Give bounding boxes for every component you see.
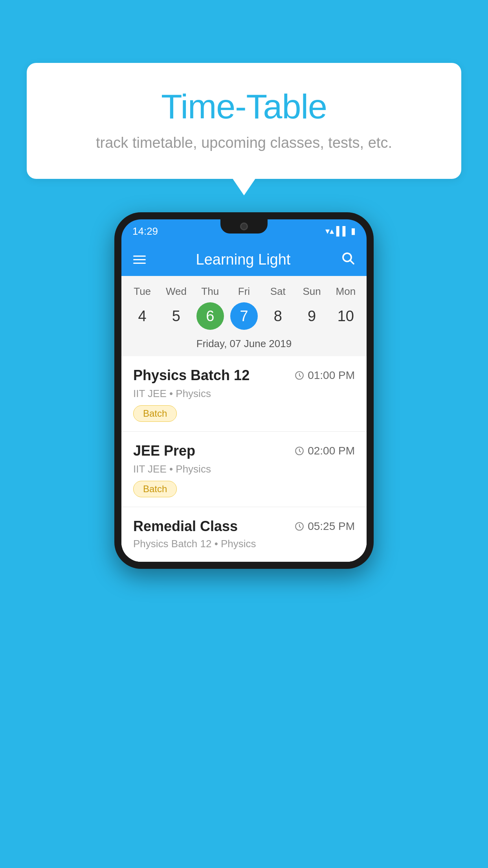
schedule-time-1: 01:00 PM (294, 369, 355, 382)
day-num-8[interactable]: 8 (264, 302, 292, 330)
selected-date-label: Friday, 07 June 2019 (121, 335, 367, 356)
clock-icon-2 (294, 446, 305, 456)
day-numbers: 4 5 6 7 8 9 10 (121, 301, 367, 335)
app-header: Learning Light (121, 243, 367, 276)
schedule-title-3: Remedial Class (133, 518, 238, 535)
day-headers: Tue Wed Thu Fri Sat Sun Mon (121, 282, 367, 301)
schedule-sub-2: IIT JEE • Physics (133, 463, 355, 475)
schedule-list: Physics Batch 12 01:00 PM IIT JEE • Phys… (121, 356, 367, 562)
search-icon[interactable] (341, 251, 355, 268)
day-label-mon: Mon (329, 282, 363, 301)
speech-bubble-section: Time-Table track timetable, upcoming cla… (27, 63, 461, 179)
page-subtitle: track timetable, upcoming classes, tests… (58, 134, 430, 151)
signal-icon: ▌▌ (336, 226, 349, 236)
day-label-tue: Tue (125, 282, 159, 301)
hamburger-icon[interactable] (133, 256, 146, 264)
clock-icon-3 (294, 521, 305, 531)
schedule-item-3[interactable]: Remedial Class 05:25 PM Physics Batch 12… (121, 507, 367, 562)
schedule-sub-1: IIT JEE • Physics (133, 388, 355, 400)
page-title: Time-Table (58, 86, 430, 127)
phone-mockup: 14:29 ▾▴ ▌▌ ▮ Learning Light (114, 212, 374, 569)
day-label-wed: Wed (159, 282, 193, 301)
app-title: Learning Light (146, 251, 341, 268)
speech-bubble: Time-Table track timetable, upcoming cla… (27, 63, 461, 179)
schedule-item-header-2: JEE Prep 02:00 PM (133, 443, 355, 459)
schedule-item-2[interactable]: JEE Prep 02:00 PM IIT JEE • Physics Batc… (121, 432, 367, 507)
status-icons: ▾▴ ▌▌ ▮ (325, 226, 356, 236)
day-num-7-selected[interactable]: 7 (230, 302, 258, 330)
day-num-4[interactable]: 4 (128, 302, 156, 330)
batch-badge-1: Batch (133, 405, 177, 422)
clock-icon-1 (294, 370, 305, 381)
schedule-title-1: Physics Batch 12 (133, 367, 250, 384)
batch-badge-2: Batch (133, 481, 177, 497)
day-label-thu: Thu (193, 282, 227, 301)
day-num-5[interactable]: 5 (162, 302, 190, 330)
schedule-item-header-3: Remedial Class 05:25 PM (133, 518, 355, 535)
schedule-item-1[interactable]: Physics Batch 12 01:00 PM IIT JEE • Phys… (121, 356, 367, 432)
day-label-sun: Sun (295, 282, 328, 301)
schedule-time-2: 02:00 PM (294, 445, 355, 457)
calendar-strip: Tue Wed Thu Fri Sat Sun Mon 4 5 6 7 8 9 … (121, 276, 367, 356)
battery-icon: ▮ (351, 226, 356, 236)
wifi-icon: ▾▴ (325, 226, 334, 236)
schedule-sub-3: Physics Batch 12 • Physics (133, 538, 355, 550)
day-num-10[interactable]: 10 (332, 302, 360, 330)
schedule-item-header-1: Physics Batch 12 01:00 PM (133, 367, 355, 384)
schedule-title-2: JEE Prep (133, 443, 195, 459)
phone-screen: Tue Wed Thu Fri Sat Sun Mon 4 5 6 7 8 9 … (121, 276, 367, 562)
day-label-sat: Sat (261, 282, 295, 301)
schedule-time-3: 05:25 PM (294, 520, 355, 533)
camera-dot (240, 223, 248, 230)
phone-outer: 14:29 ▾▴ ▌▌ ▮ Learning Light (114, 212, 374, 569)
phone-notch (220, 219, 268, 234)
day-label-fri: Fri (227, 282, 261, 301)
svg-line-1 (350, 261, 354, 264)
status-time: 14:29 (132, 225, 158, 237)
day-num-9[interactable]: 9 (298, 302, 326, 330)
status-bar: 14:29 ▾▴ ▌▌ ▮ (121, 219, 367, 243)
day-num-6-today[interactable]: 6 (196, 302, 224, 330)
